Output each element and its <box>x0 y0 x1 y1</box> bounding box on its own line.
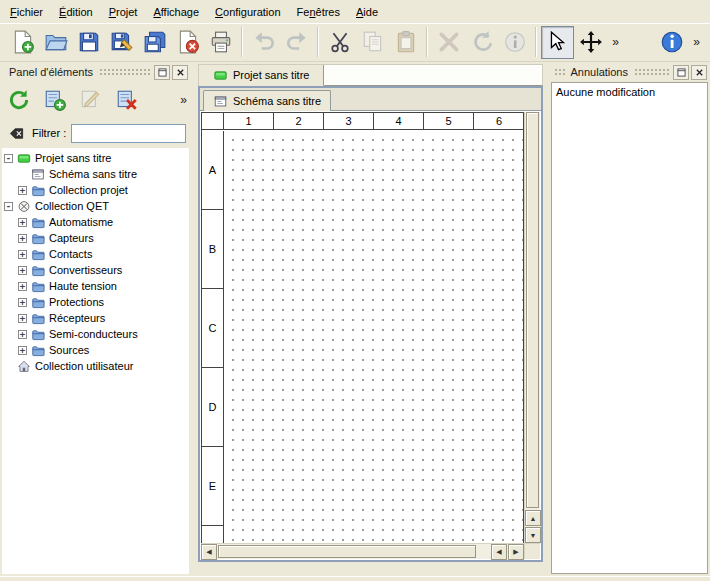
menu-windows[interactable]: Fenêtres <box>289 0 348 23</box>
tree-item-schema-sans-titre[interactable]: Schéma sans titre <box>2 166 189 182</box>
close-x-icon <box>695 68 704 77</box>
elements-toolbar-overflow[interactable]: » <box>177 93 189 107</box>
tree-item-collection-utilisateur[interactable]: Collection utilisateur <box>2 358 189 374</box>
tree-item-protections[interactable]: +Protections <box>2 294 189 310</box>
folder-blue-icon <box>31 184 45 197</box>
plus-expander-icon[interactable]: + <box>18 346 27 355</box>
close-panel-button[interactable] <box>172 65 188 80</box>
plus-expander-icon[interactable]: + <box>18 314 27 323</box>
float-panel-button[interactable] <box>154 65 170 80</box>
scroll-down-button[interactable]: ▼ <box>525 527 541 543</box>
save-as-button[interactable] <box>105 26 138 59</box>
print-button[interactable] <box>204 26 237 59</box>
vertical-scrollbar[interactable]: ▲ ▼ <box>524 112 540 543</box>
row-label-C: C <box>202 289 223 368</box>
close-file-button[interactable] <box>171 26 204 59</box>
elements-panel-titlebar[interactable]: Panel d'éléments <box>0 62 191 80</box>
select-tool-button[interactable] <box>541 26 574 59</box>
vscroll-thumb[interactable] <box>526 112 539 508</box>
tree-item-collection-projet[interactable]: +Collection projet <box>2 182 189 198</box>
tree-item-label: Schéma sans titre <box>49 168 137 180</box>
toolbar-separator <box>426 27 428 57</box>
status-bar <box>0 576 710 581</box>
dock-grip[interactable] <box>633 67 671 77</box>
menu-project[interactable]: Projet <box>101 0 146 23</box>
tree-item-haute-tension[interactable]: +Haute tension <box>2 278 189 294</box>
plus-expander-icon[interactable]: + <box>18 186 27 195</box>
project-tab-label: Projet sans titre <box>233 69 309 81</box>
tree-item-label: Convertisseurs <box>49 264 122 276</box>
row-label-D: D <box>202 368 223 447</box>
about-qet-button[interactable] <box>655 26 688 59</box>
schema-tab-label: Schéma sans titre <box>233 95 321 107</box>
tree-item-capteurs[interactable]: +Capteurs <box>2 230 189 246</box>
delete-element-button[interactable] <box>112 85 142 115</box>
tree-item-contacts[interactable]: +Contacts <box>2 246 189 262</box>
sheet-body: ABCDE <box>202 131 523 543</box>
menu-help[interactable]: Aide <box>348 0 386 23</box>
menu-settings[interactable]: Configuration <box>207 0 288 23</box>
menu-edit[interactable]: Édition <box>51 0 101 23</box>
filter-input[interactable] <box>71 124 186 143</box>
undo-panel-titlebar[interactable]: Annulations <box>549 62 710 80</box>
toolbar-separator <box>241 27 243 57</box>
tree-item-collection-qet[interactable]: -Collection QET <box>2 198 189 214</box>
schema-tab[interactable]: Schéma sans titre <box>203 90 331 111</box>
scroll-up-button[interactable]: ▲ <box>525 510 541 526</box>
horizontal-scrollbar[interactable]: ◀ ◀ ▶ <box>201 543 524 559</box>
plus-expander-icon[interactable]: + <box>18 298 27 307</box>
tree-item-recepteurs[interactable]: +Récepteurs <box>2 310 189 326</box>
dock-grip[interactable] <box>553 67 566 77</box>
hscroll-thumb[interactable] <box>218 545 476 558</box>
undo-panel-title: Annulations <box>566 66 634 78</box>
close-undo-panel-button[interactable] <box>691 65 707 80</box>
folder-blue-icon <box>31 264 45 277</box>
scroll-right-button[interactable]: ▶ <box>508 544 524 560</box>
save-button[interactable] <box>72 26 105 59</box>
scroll-left-button[interactable]: ◀ <box>201 544 217 560</box>
new-element-button[interactable] <box>40 85 70 115</box>
minus-expander-icon[interactable]: - <box>4 202 13 211</box>
tree-item-label: Semi-conducteurs <box>49 328 138 340</box>
plus-expander-icon[interactable]: + <box>18 266 27 275</box>
tree-item-projet-sans-titre[interactable]: -Projet sans titre <box>2 150 189 166</box>
clear-filter-button[interactable] <box>5 123 27 143</box>
dock-grip[interactable] <box>98 67 152 77</box>
row-label-A: A <box>202 131 223 210</box>
tree-item-label: Capteurs <box>49 232 94 244</box>
file-close-icon <box>176 30 200 54</box>
overflow-chevron-icon: » <box>612 35 618 49</box>
plus-expander-icon[interactable]: + <box>18 218 27 227</box>
info-circle-blue-icon <box>660 30 684 54</box>
pan-tool-button[interactable] <box>574 26 607 59</box>
column-label-1: 1 <box>224 113 274 129</box>
elements-tree: -Projet sans titreSchéma sans titre+Coll… <box>2 148 189 574</box>
main-overflow-button[interactable]: » <box>607 26 623 59</box>
tree-item-automatisme[interactable]: +Automatisme <box>2 214 189 230</box>
qet-collection-icon <box>17 200 31 213</box>
cut-button[interactable] <box>323 26 356 59</box>
tree-item-sources[interactable]: +Sources <box>2 342 189 358</box>
project-tab[interactable]: Projet sans titre <box>199 65 324 86</box>
diagram-canvas[interactable] <box>224 131 523 543</box>
reload-collections-button[interactable] <box>4 85 34 115</box>
minus-expander-icon[interactable]: - <box>4 154 13 163</box>
tree-item-semi-conducteurs[interactable]: +Semi-conducteurs <box>2 326 189 342</box>
menu-file[interactable]: Fichier <box>2 0 51 23</box>
plus-expander-icon[interactable]: + <box>18 330 27 339</box>
help-overflow-button[interactable]: » <box>688 26 704 59</box>
tree-item-convertisseurs[interactable]: +Convertisseurs <box>2 262 189 278</box>
undo-list[interactable]: Aucune modification <box>551 82 708 574</box>
scroll-left-button-2[interactable]: ◀ <box>491 544 507 560</box>
save-all-button[interactable] <box>138 26 171 59</box>
menu-view[interactable]: Affichage <box>145 0 207 23</box>
plus-expander-icon[interactable]: + <box>18 250 27 259</box>
float-undo-panel-button[interactable] <box>673 65 689 80</box>
column-label-4: 4 <box>374 113 424 129</box>
open-project-button[interactable] <box>39 26 72 59</box>
plus-expander-icon[interactable]: + <box>18 282 27 291</box>
new-document-button[interactable] <box>6 26 39 59</box>
diagram-sheet: 123456 ABCDE <box>201 112 524 543</box>
plus-expander-icon[interactable]: + <box>18 234 27 243</box>
mdi-area: Schéma sans titre 123456 ABCDE ▲ ▼ <box>191 86 549 576</box>
